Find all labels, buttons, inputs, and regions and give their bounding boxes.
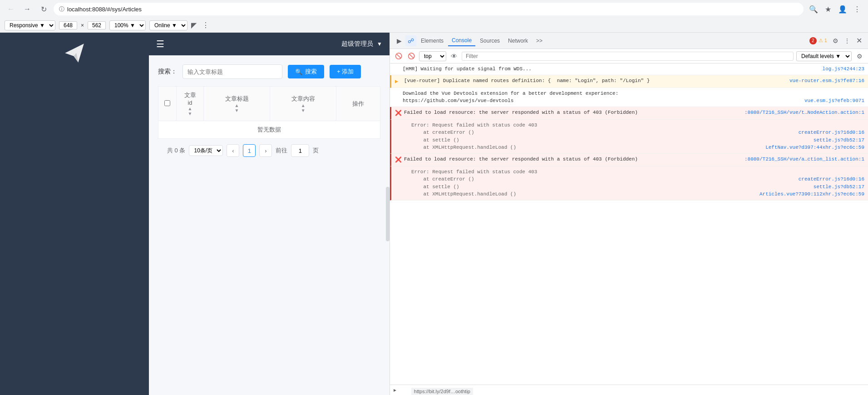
search-label: 搜索：: [158, 68, 177, 76]
error-2-sub-text: Error: Request failed with status code 4…: [411, 169, 537, 197]
console-toolbar: 🚫 🚫 top 👁 Default levels ▼ ⚙: [390, 49, 868, 63]
select-all-checkbox[interactable]: [164, 100, 170, 106]
vue-router-source-link[interactable]: vue-router.esm.js?fe87:16: [789, 77, 864, 85]
settle-link-1[interactable]: settle.js?db52:17: [814, 137, 864, 144]
lock-icon: ⓘ: [59, 5, 64, 13]
context-select[interactable]: top: [419, 51, 446, 61]
address-bar[interactable]: ⓘ localhost:8088/#/sys/Articles: [54, 3, 804, 15]
tab-network[interactable]: Network: [504, 36, 532, 46]
devtools-close-btn[interactable]: ✕: [853, 35, 864, 46]
prev-page-button[interactable]: ‹: [227, 144, 239, 157]
profile-icon-btn[interactable]: 👤: [836, 3, 849, 15]
levels-select[interactable]: Default levels ▼: [796, 51, 852, 61]
eye-icon-btn[interactable]: 👁: [449, 51, 459, 61]
console-msg-vue-router: ▶ [vue-router] Duplicate named routes de…: [390, 75, 868, 88]
sort-arrows-title[interactable]: ▲▼: [209, 103, 264, 113]
th-id-label: 文章id: [182, 91, 198, 106]
warning-icon: ▶: [395, 78, 401, 86]
devtools-toolbar: Responsive ▼ × 100% ▼ Online ▼ ◤ ⋮: [0, 18, 868, 33]
error-2-source-link[interactable]: :8080/T216_SSH/vue/a…ction_list.action:1: [745, 156, 864, 163]
empty-message: 暂无数据: [158, 121, 380, 139]
error-1-source-link[interactable]: :8080/T216_SSH/vue/t…NodeAction.action:1: [745, 109, 864, 117]
devtools-source-link[interactable]: vue.esm.js?efeb:9071: [804, 97, 864, 105]
header-left: ☰: [156, 39, 164, 49]
th-action: 操作: [336, 87, 380, 121]
console-msg-error-2: ❌ Failed to load resource: the server re…: [390, 154, 868, 166]
clear-console-btn[interactable]: 🚫: [394, 51, 404, 61]
next-page-button[interactable]: ›: [259, 144, 272, 157]
console-msg-error-2-sub: Error: Request failed with status code 4…: [390, 166, 868, 200]
tab-sources[interactable]: Sources: [476, 36, 503, 46]
console-settings-btn[interactable]: ⚙: [854, 51, 864, 61]
msg-content-hmr: [HMR] Waiting for update signal from WDS…: [403, 65, 864, 73]
articles-table: 文章id ▲▼ 文章标题 ▲▼: [158, 86, 380, 139]
sidebar: [0, 33, 149, 395]
page-size-select[interactable]: 10条/页: [189, 145, 223, 156]
forward-button[interactable]: →: [21, 3, 34, 15]
error-1-sub-source-link[interactable]: LeftNav.vue?d397:44: [765, 144, 822, 151]
add-button-label: + 添加: [337, 68, 354, 76]
msg-content-vue-router: [vue-router] Duplicate named routes defi…: [404, 77, 864, 85]
logo-icon: [63, 42, 86, 64]
bookmark-icon-btn[interactable]: ★: [822, 3, 834, 15]
create-error-link-2[interactable]: createError.js?16d0:16: [799, 176, 864, 183]
back-button[interactable]: ←: [5, 3, 17, 15]
current-page[interactable]: 1: [243, 144, 256, 157]
error-icon-1: ❌: [395, 109, 401, 117]
warn-count-badge: ⚠ 1: [819, 38, 827, 44]
error-2-text: Failed to load resource: the server resp…: [404, 156, 638, 162]
total-count: 共 0 条: [167, 146, 185, 155]
goto-label: 前往: [276, 146, 287, 155]
zoom-select[interactable]: 100% ▼: [109, 20, 146, 30]
reload-button[interactable]: ↻: [37, 3, 50, 15]
console-filter-btn[interactable]: 🚫: [406, 51, 416, 61]
search-icon-btn[interactable]: 🔍: [807, 3, 820, 15]
th-id: 文章id ▲▼: [177, 87, 204, 121]
devtools-more-btn[interactable]: ⋮: [842, 35, 853, 46]
devtools-toolbar-more-btn[interactable]: ⋮: [200, 20, 211, 31]
msg-content-error-1: Failed to load resource: the server resp…: [404, 109, 864, 117]
username-text: 超级管理员: [341, 40, 373, 48]
console-msg-devtools: Download the Vue Devtools extension for …: [390, 88, 868, 107]
goto-input[interactable]: [291, 144, 309, 157]
filter-input[interactable]: [462, 52, 794, 61]
msg-content-error-1-sub: Error: Request failed with status code 4…: [411, 122, 864, 151]
app-content: ☰ 超级管理员 ▼ 搜索： 🔍 搜索 + 添: [149, 33, 390, 395]
width-input[interactable]: [59, 21, 77, 29]
create-error-link-1[interactable]: createError.js?16d0:16: [799, 129, 864, 137]
inspect-element-btn[interactable]: ▶: [394, 35, 404, 46]
settle-link-2[interactable]: settle.js?db52:17: [814, 183, 864, 191]
th-title-label: 文章标题: [209, 95, 264, 103]
rotate-icon[interactable]: ◤: [191, 21, 197, 29]
msg-content-devtools: Download the Vue Devtools extension for …: [403, 90, 864, 105]
hmr-source-link[interactable]: log.js?4244:23: [823, 65, 864, 73]
bottom-url-bar: https://bit.ly/2d9f…oothtip: [411, 388, 473, 395]
sort-arrows-content[interactable]: ▲▼: [276, 103, 330, 113]
browser-actions: 🔍 ★ 👤 ⋮: [807, 3, 863, 15]
scroll-handle[interactable]: [386, 187, 390, 241]
error-2-sub-source-link[interactable]: Articles.vue?7390:112: [760, 190, 823, 198]
tab-elements[interactable]: Elements: [417, 36, 447, 46]
devtools-settings-btn[interactable]: ⚙: [830, 35, 841, 46]
browser-toolbar: ← → ↻ ⓘ localhost:8088/#/sys/Articles 🔍 …: [0, 0, 868, 18]
tab-console[interactable]: Console: [448, 35, 475, 46]
tab-more[interactable]: >>: [533, 36, 546, 46]
user-menu[interactable]: 超级管理员 ▼: [341, 40, 382, 48]
menu-dots-btn[interactable]: ⋮: [851, 3, 863, 15]
xhr-link-1[interactable]: xhr.js?ec6c:59: [823, 144, 864, 151]
search-icon: 🔍: [295, 68, 302, 75]
device-toolbar-btn[interactable]: ☍: [405, 35, 416, 46]
responsive-select[interactable]: Responsive ▼: [5, 20, 55, 30]
add-button[interactable]: + 添加: [330, 65, 361, 78]
pagination-row: 共 0 条 10条/页 ‹ 1 › 前往 页: [158, 139, 380, 162]
main-layout: ☰ 超级管理员 ▼ 搜索： 🔍 搜索 + 添: [0, 33, 868, 395]
sort-arrows-id[interactable]: ▲▼: [182, 106, 198, 116]
xhr-link-2[interactable]: xhr.js?ec6c:59: [823, 190, 864, 198]
search-button[interactable]: 🔍 搜索: [288, 65, 324, 78]
height-input[interactable]: [88, 21, 106, 29]
menu-toggle-icon[interactable]: ☰: [156, 39, 164, 49]
online-select[interactable]: Online ▼: [149, 20, 187, 30]
search-input[interactable]: [182, 64, 282, 79]
app-header: ☰ 超级管理员 ▼: [149, 33, 390, 55]
page-label: 页: [313, 146, 319, 155]
